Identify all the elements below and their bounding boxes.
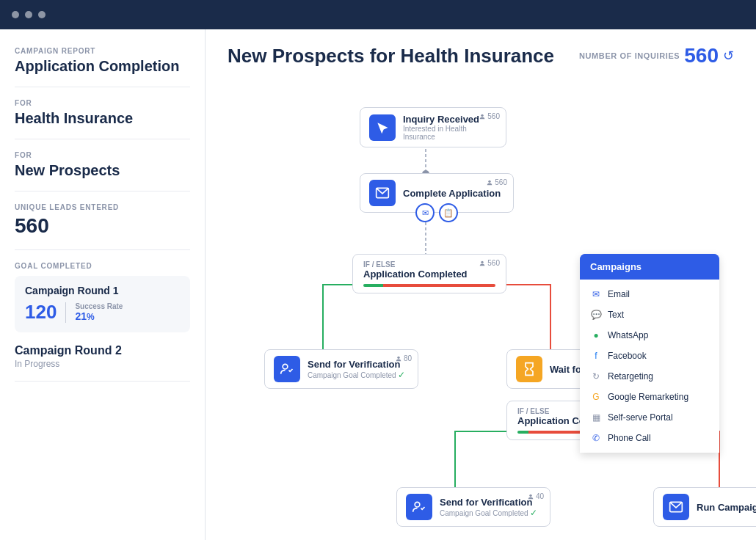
ifelse1-bar-red bbox=[383, 284, 495, 287]
person-icon-6 bbox=[527, 493, 534, 500]
ifelse1-node: If / Else Application Completed 560 bbox=[352, 254, 506, 293]
phonecall-icon: ✆ bbox=[590, 432, 602, 444]
canvas-header: New Prospects for Health Insurance NUMBE… bbox=[228, 44, 734, 68]
person-check-icon bbox=[280, 362, 294, 376]
verify1-text: Send for Verification Campaign Goal Comp… bbox=[308, 359, 409, 380]
verify2-check: ✓ bbox=[530, 508, 537, 518]
retargeting-label: Retargeting bbox=[608, 371, 653, 382]
campaigns-panel: Campaigns ✉ Email 💬 Text ● WhatsApp bbox=[580, 254, 719, 453]
ifelse1-count: 560 bbox=[479, 259, 500, 267]
campaign-report-section: CAMPAIGN REPORT Application Completion bbox=[15, 47, 190, 87]
inquiries-num: 560 bbox=[684, 44, 719, 68]
wait-icon bbox=[516, 356, 542, 382]
campaign-name: Application Completion bbox=[15, 58, 190, 75]
goal-completed-section: GOAL COMPLETED Campaign Round 1 120 Succ… bbox=[15, 250, 190, 382]
phonecall-label: Phone Call bbox=[608, 433, 651, 443]
for-label-2: FOR bbox=[15, 151, 190, 159]
complete-title: Complete Application bbox=[403, 188, 504, 199]
refresh-icon[interactable]: ↺ bbox=[723, 48, 734, 64]
round2-status: In Progress bbox=[15, 359, 190, 369]
inquiry-sub: Interested in Health Insurance bbox=[403, 125, 497, 141]
ifelse1-sub: Application Completed bbox=[363, 269, 495, 280]
campaigns-item-selfserve[interactable]: ▦ Self-serve Portal bbox=[580, 407, 719, 428]
selfserve-label: Self-serve Portal bbox=[608, 412, 673, 423]
campaigns-item-text[interactable]: 💬 Text bbox=[580, 304, 719, 325]
send-verify1-node: Send for Verification Campaign Goal Comp… bbox=[264, 349, 418, 389]
svg-point-7 bbox=[481, 260, 484, 263]
campaign-icon bbox=[669, 500, 683, 514]
person-icon bbox=[479, 113, 486, 120]
canvas-title: New Prospects for Health Insurance bbox=[228, 45, 554, 68]
send-verify2-node: Send for Verification Campaign Goal Comp… bbox=[396, 487, 550, 527]
sidebar: CAMPAIGN REPORT Application Completion F… bbox=[0, 29, 206, 540]
verify1-check: ✓ bbox=[398, 370, 405, 380]
round2-title: Campaign Round 2 bbox=[15, 344, 190, 357]
run-campaign-text: Run Campaign bbox=[697, 502, 756, 513]
ifelse1-bar-green bbox=[363, 284, 383, 287]
sub-icons-row: ✉ 📋 bbox=[415, 203, 458, 222]
complete-count: 560 bbox=[486, 178, 507, 186]
for-health-value: Health Insurance bbox=[15, 110, 190, 127]
campaigns-item-facebook[interactable]: f Facebook bbox=[580, 346, 719, 366]
window-dot-3 bbox=[38, 11, 46, 18]
person-icon-2 bbox=[486, 179, 493, 186]
svg-point-8 bbox=[283, 364, 288, 369]
retargeting-icon: ↻ bbox=[590, 371, 602, 382]
verify2-sub: Campaign Goal Completed ✓ bbox=[440, 508, 541, 518]
success-rate-pct: % bbox=[87, 312, 95, 322]
flow-container: Inquiry Received Interested in Health In… bbox=[228, 85, 734, 511]
top-bar bbox=[0, 0, 756, 29]
sub-icon-envelope: ✉ bbox=[415, 203, 435, 222]
inquiry-received-node: Inquiry Received Interested in Health In… bbox=[360, 107, 506, 147]
campaigns-panel-header: Campaigns bbox=[580, 254, 719, 280]
success-rate-num: 21 bbox=[75, 310, 87, 322]
unique-leads-value: 560 bbox=[15, 214, 190, 238]
complete-application-node: Complete Application 560 ✉ 📋 bbox=[360, 173, 514, 213]
window-dot-1 bbox=[12, 11, 19, 18]
svg-point-4 bbox=[481, 114, 484, 116]
inquiries-wrap: NUMBER OF INQUIRIES 560 ↺ bbox=[579, 44, 734, 68]
ifelse1-bar bbox=[363, 284, 495, 287]
svg-point-12 bbox=[529, 494, 531, 496]
verify2-icon bbox=[406, 494, 432, 520]
verify2-count: 40 bbox=[527, 492, 544, 500]
run-campaign-title: Run Campaign bbox=[697, 502, 756, 513]
verify2-title: Send for Verification bbox=[440, 497, 541, 508]
for-label-1: FOR bbox=[15, 99, 190, 107]
person-check-icon-2 bbox=[412, 500, 426, 514]
sub-icon-doc: 📋 bbox=[439, 203, 458, 222]
mail-icon-svg bbox=[375, 186, 390, 200]
stats-divider bbox=[65, 302, 66, 323]
whatsapp-icon: ● bbox=[590, 329, 602, 341]
selfserve-icon: ▦ bbox=[590, 412, 602, 423]
campaign-report-label: CAMPAIGN REPORT bbox=[15, 47, 190, 55]
hourglass-icon bbox=[522, 362, 537, 376]
campaigns-item-retargeting[interactable]: ↻ Retargeting bbox=[580, 366, 719, 387]
email-label: Email bbox=[608, 289, 630, 299]
inquiry-count: 560 bbox=[479, 112, 500, 120]
campaigns-item-whatsapp[interactable]: ● WhatsApp bbox=[580, 325, 719, 346]
canvas-area: New Prospects for Health Insurance NUMBE… bbox=[206, 29, 756, 540]
cursor-icon bbox=[375, 120, 390, 135]
main-content: CAMPAIGN REPORT Application Completion F… bbox=[0, 29, 756, 540]
inquiries-label: NUMBER OF INQUIRIES bbox=[579, 51, 680, 60]
person-icon-3 bbox=[479, 260, 486, 267]
campaigns-item-email[interactable]: ✉ Email bbox=[580, 284, 719, 304]
ifelse1-label: If / Else bbox=[363, 260, 495, 269]
unique-leads-section: UNIQUE LEADS ENTERED 560 bbox=[15, 191, 190, 250]
text-label: Text bbox=[608, 310, 624, 320]
campaigns-item-google[interactable]: G Google Remarketing bbox=[580, 387, 719, 407]
verify1-count: 80 bbox=[395, 354, 412, 362]
window-dot-2 bbox=[25, 11, 32, 18]
person-icon-4 bbox=[395, 355, 402, 362]
complete-text: Complete Application bbox=[403, 188, 504, 199]
unique-leads-label: UNIQUE LEADS ENTERED bbox=[15, 203, 190, 211]
campaigns-item-phonecall[interactable]: ✆ Phone Call bbox=[580, 428, 719, 448]
ifelse2-bar-green bbox=[517, 431, 528, 434]
text-icon: 💬 bbox=[590, 309, 602, 321]
success-rate-wrap: Success Rate 21% bbox=[75, 302, 123, 322]
envelope-icon bbox=[369, 180, 396, 206]
for-prospects-section: FOR New Prospects bbox=[15, 139, 190, 191]
facebook-icon: f bbox=[590, 350, 602, 362]
inquiry-icon bbox=[369, 114, 396, 141]
